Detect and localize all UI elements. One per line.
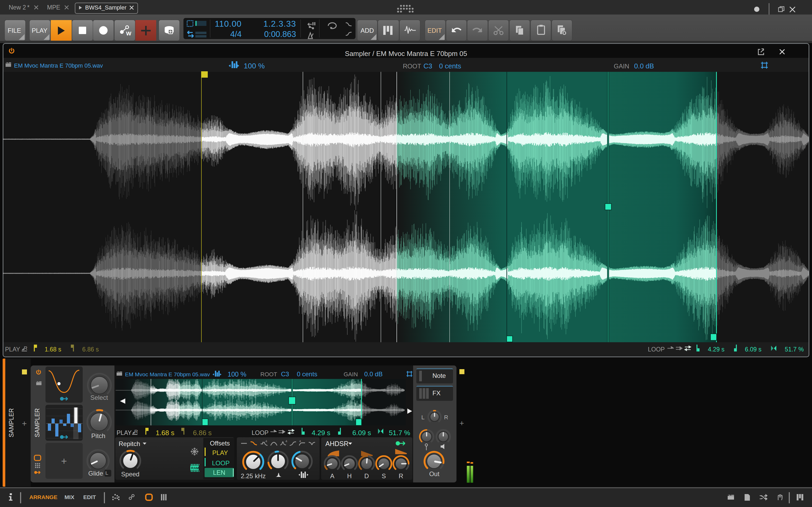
svg-text:R: R: [134, 429, 138, 434]
svg-text:4: 4: [286, 440, 287, 443]
svg-text:L: L: [421, 414, 424, 420]
svg-text:RAM: RAM: [191, 466, 199, 470]
svg-text:4: 4: [265, 440, 267, 443]
svg-text:R: R: [444, 414, 448, 420]
svg-text:4: 4: [299, 440, 301, 443]
